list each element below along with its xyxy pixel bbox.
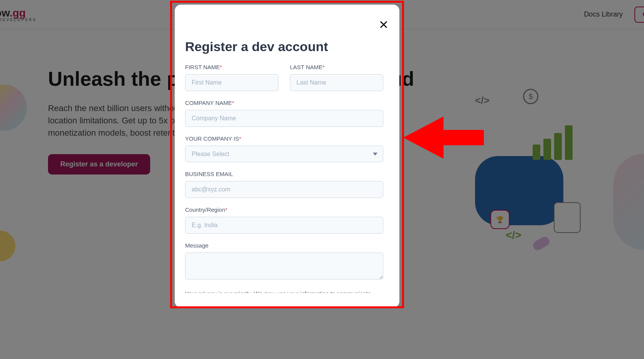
- company-name-label: COMPANY NAME*: [185, 100, 383, 106]
- company-is-label: YOUR COMPANY IS*: [185, 135, 383, 142]
- first-name-label: FIRST NAME*: [185, 64, 278, 70]
- country-input[interactable]: [185, 217, 383, 234]
- company-is-select[interactable]: Please Select: [185, 146, 383, 162]
- register-modal: Register a dev account FIRST NAME* LAST …: [175, 5, 399, 307]
- close-button[interactable]: [379, 19, 388, 32]
- modal-title: Register a dev account: [185, 39, 383, 54]
- business-email-label: BUSINESS EMAIL: [185, 171, 383, 177]
- company-name-input[interactable]: [185, 110, 383, 127]
- privacy-notice: Your privacy is our priority. We may use…: [185, 289, 383, 293]
- country-label: Country/Region*: [185, 206, 383, 213]
- last-name-input[interactable]: [290, 74, 383, 91]
- modal-content-scroll[interactable]: Register a dev account FIRST NAME* LAST …: [175, 39, 394, 293]
- business-email-input[interactable]: [185, 181, 383, 198]
- message-label: Message: [185, 242, 383, 249]
- first-name-input[interactable]: [185, 74, 278, 91]
- last-name-label: LAST NAME*: [290, 64, 383, 70]
- message-textarea[interactable]: [185, 253, 383, 279]
- close-icon: [379, 20, 388, 29]
